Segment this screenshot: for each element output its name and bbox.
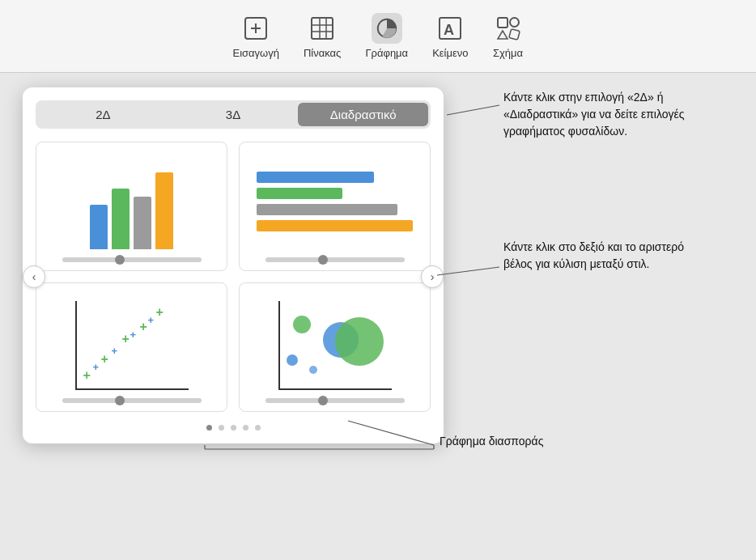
bar-chart-slider-thumb	[115, 255, 125, 265]
chart-cell-bubble[interactable]	[239, 282, 431, 412]
dot-1	[206, 425, 212, 431]
toolbar-text-label: Κείμενο	[432, 47, 468, 59]
bubble-chart-visual	[248, 295, 422, 390]
toolbar-insert-label: Εισαγωγή	[232, 47, 278, 59]
chart-cell-hbar[interactable]	[239, 142, 431, 271]
annotation-text-1: Κάντε κλικ στην επιλογή «2Δ» ή «Διαδραστ…	[503, 89, 690, 140]
bubble-chart-slider[interactable]	[265, 398, 405, 403]
scatter-chart-visual: + + + + + + + + +	[45, 295, 219, 390]
chart-cell-bar[interactable]	[36, 142, 227, 271]
chevron-right-icon: ›	[431, 270, 435, 283]
svg-rect-12	[510, 18, 519, 27]
toolbar-shape-label: Σχήμα	[493, 47, 523, 59]
scatter-chart-slider[interactable]	[62, 398, 202, 403]
toolbar: Εισαγωγή Πίνακας Γράφημα	[0, 0, 756, 73]
scatter-chart-slider-thumb	[115, 396, 125, 405]
annotation-text-3: Γράφημα διασποράς	[440, 433, 543, 450]
svg-line-16	[437, 267, 499, 275]
svg-line-15	[447, 105, 499, 115]
svg-text:A: A	[444, 22, 454, 38]
tab-2d[interactable]: 2Δ	[38, 103, 168, 126]
bar-chart-slider[interactable]	[62, 257, 202, 262]
bubble-axis-y	[278, 301, 280, 390]
toolbar-shape[interactable]: Σχήμα	[493, 13, 524, 59]
bar-chart-visual	[45, 154, 219, 249]
toolbar-table-label: Πίνακας	[304, 47, 341, 59]
svg-rect-3	[312, 18, 333, 39]
nav-left-button[interactable]: ‹	[23, 265, 45, 288]
annotation-text-2: Κάντε κλικ στο δεξιό και το αριστερό βέλ…	[503, 239, 690, 273]
hbar-chart-visual	[248, 154, 422, 249]
plus-square-icon	[240, 13, 271, 44]
chart-cell-scatter[interactable]: + + + + + + + + +	[36, 282, 227, 412]
chart-picker-popup: 2Δ 3Δ Διαδραστικό ‹	[23, 87, 444, 443]
toolbar-chart-label: Γράφημα	[365, 47, 408, 59]
dot-5	[255, 425, 261, 431]
svg-rect-14	[508, 29, 519, 40]
chart-grid: + + + + + + + + +	[36, 142, 431, 412]
toolbar-table[interactable]: Πίνακας	[304, 13, 341, 59]
text-icon: A	[435, 13, 465, 44]
toolbar-chart[interactable]: Γράφημα	[365, 13, 408, 59]
table-icon	[307, 13, 338, 44]
dot-4	[243, 425, 248, 431]
svg-rect-11	[498, 18, 508, 28]
svg-marker-13	[498, 31, 508, 39]
hbar-chart-slider[interactable]	[265, 257, 405, 262]
dot-3	[231, 425, 236, 431]
bubble-chart-slider-thumb	[318, 396, 328, 405]
chevron-left-icon: ‹	[32, 270, 36, 283]
bubble-axis-x	[278, 388, 392, 390]
nav-right-button[interactable]: ›	[421, 265, 444, 288]
scatter-axis-x	[75, 388, 189, 390]
pagination-dots	[36, 425, 431, 431]
chart-type-tabs: 2Δ 3Δ Διαδραστικό	[36, 100, 431, 129]
shape-icon	[493, 13, 524, 44]
dot-2	[219, 425, 224, 431]
tab-3d[interactable]: 3Δ	[168, 103, 299, 126]
toolbar-text[interactable]: A Κείμενο	[432, 13, 468, 59]
hbar-chart-slider-thumb	[318, 255, 328, 265]
tab-interactive[interactable]: Διαδραστικό	[298, 103, 428, 126]
toolbar-insert[interactable]: Εισαγωγή	[232, 13, 278, 59]
scatter-axis-y	[75, 301, 77, 390]
chart-icon	[372, 13, 402, 44]
